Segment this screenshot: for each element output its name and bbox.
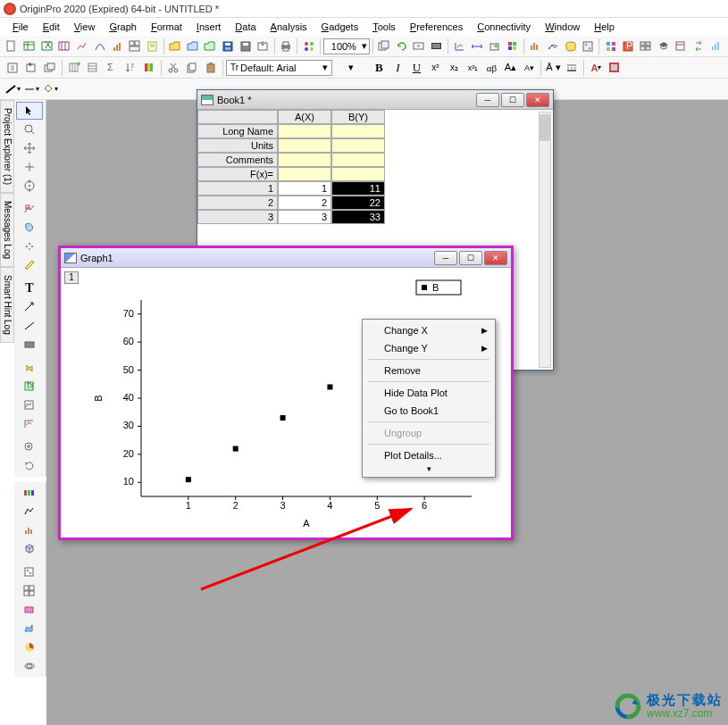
duplicate-button[interactable]: [376, 38, 393, 55]
line-color-button[interactable]: ▾: [4, 80, 21, 98]
row-header[interactable]: Long Name: [197, 124, 278, 138]
cell[interactable]: 33: [331, 210, 385, 224]
row-header[interactable]: Units: [197, 138, 278, 153]
row-header[interactable]: F(x)=: [197, 167, 278, 181]
close-button[interactable]: ✕: [526, 93, 549, 107]
rescale-button[interactable]: [451, 38, 468, 55]
video-button[interactable]: [429, 38, 446, 55]
import-single-button[interactable]: [22, 59, 40, 77]
menu-edit[interactable]: Edit: [38, 20, 65, 34]
text-tool[interactable]: T: [16, 279, 43, 297]
graph-titlebar[interactable]: Graph1 ─ ☐ ✕: [61, 248, 511, 268]
menu-insert[interactable]: Insert: [191, 20, 227, 34]
italic-button[interactable]: I: [389, 59, 406, 77]
stats-button[interactable]: [527, 38, 544, 55]
arrow-tool[interactable]: [16, 298, 43, 316]
menu-window[interactable]: Window: [540, 20, 585, 34]
menu-tools[interactable]: Tools: [367, 20, 401, 34]
greek-button[interactable]: αβ: [482, 59, 500, 77]
database-button[interactable]: [562, 38, 579, 55]
add-layer-button[interactable]: +: [487, 38, 504, 55]
menu-help[interactable]: Help: [589, 20, 620, 34]
zoom-tool[interactable]: [16, 121, 43, 138]
line-style-button[interactable]: [563, 59, 581, 77]
side-tab-messages-log[interactable]: Messages Log: [0, 193, 14, 267]
menu-item-plot-details[interactable]: Plot Details...: [364, 446, 493, 464]
cell[interactable]: [331, 124, 385, 138]
line-plot-button[interactable]: [16, 503, 43, 521]
supersub-button[interactable]: x²₁: [464, 59, 481, 77]
zoom-in-tool[interactable]: [16, 438, 43, 456]
open-template-button[interactable]: [184, 38, 201, 55]
menu-graph[interactable]: Graph: [104, 20, 142, 34]
chart-templates-button[interactable]: [707, 38, 724, 55]
fit-button[interactable]: [545, 38, 562, 55]
book-titlebar[interactable]: Book1 * ─ ☐ ✕: [197, 90, 553, 110]
3d-plot-button[interactable]: [16, 540, 43, 558]
underline-button[interactable]: U: [407, 59, 425, 77]
cell[interactable]: [278, 153, 331, 167]
minimize-button[interactable]: ─: [476, 93, 499, 107]
side-tab-project-explorer-1-[interactable]: Project Explorer (1): [0, 100, 14, 193]
bar-plot-button[interactable]: [16, 521, 43, 539]
insert-graph-tool[interactable]: [16, 396, 43, 414]
save-button[interactable]: [220, 38, 237, 55]
column-header[interactable]: A(X): [278, 110, 331, 124]
expand-menu-button[interactable]: ▾: [364, 464, 493, 475]
new-function-button[interactable]: [91, 38, 108, 55]
batch-button[interactable]: [300, 38, 317, 55]
row-header[interactable]: 3: [197, 210, 278, 224]
cut-button[interactable]: [164, 59, 182, 77]
palette-button[interactable]: [16, 484, 43, 502]
new-workbook-button[interactable]: [21, 38, 38, 55]
cell[interactable]: 1: [278, 181, 331, 196]
data-selector-tool[interactable]: [16, 200, 43, 218]
rescale-x-button[interactable]: [469, 38, 486, 55]
cell[interactable]: [278, 124, 331, 138]
menu-item-remove[interactable]: Remove: [364, 362, 493, 379]
cell[interactable]: [278, 167, 331, 181]
slideshow-button[interactable]: [411, 38, 428, 55]
add-color-button[interactable]: [504, 38, 521, 55]
column-header[interactable]: B(Y): [331, 110, 385, 124]
side-tab-smart-hint-log[interactable]: Smart Hint Log: [0, 267, 14, 343]
increase-font-button[interactable]: A▴: [501, 59, 519, 77]
font-combo[interactable]: Tr Default: Arial ▾: [226, 60, 332, 76]
cond-format-button[interactable]: [140, 59, 158, 77]
pie-plot-button[interactable]: [16, 638, 43, 656]
print-button[interactable]: [278, 38, 295, 55]
menu-analysis[interactable]: Analysis: [265, 20, 313, 34]
cell[interactable]: 11: [331, 181, 385, 196]
vertical-scrollbar[interactable]: [539, 112, 551, 368]
contour-plot-button[interactable]: [16, 657, 43, 675]
zoom-combo[interactable]: ▾: [323, 38, 370, 54]
decrease-font-button[interactable]: A▾: [520, 59, 538, 77]
maximize-button[interactable]: ☐: [501, 93, 524, 107]
rescale-tool-button[interactable]: [16, 415, 43, 433]
template-plot-button[interactable]: [16, 563, 43, 581]
row-stats-button[interactable]: [84, 59, 102, 77]
save-template-button[interactable]: [237, 38, 254, 55]
pointer-tool[interactable]: [16, 102, 43, 120]
font-size-combo[interactable]: ▾: [333, 59, 369, 77]
cell[interactable]: [331, 153, 385, 167]
ppt-button[interactable]: P: [620, 38, 637, 55]
region-tool[interactable]: [16, 359, 43, 377]
templates2-button[interactable]: [673, 38, 690, 55]
cell[interactable]: [278, 138, 331, 153]
menu-data[interactable]: Data: [230, 20, 261, 34]
mask-tool[interactable]: [16, 238, 43, 255]
cell[interactable]: [331, 167, 385, 181]
fill-edge-button[interactable]: [606, 59, 623, 77]
sort-button[interactable]: [121, 59, 139, 77]
digitize-button[interactable]: [580, 38, 597, 55]
templates-button[interactable]: [638, 38, 655, 55]
row-header[interactable]: 1: [197, 181, 278, 196]
symbol-plot-button[interactable]: [16, 601, 43, 619]
row-header[interactable]: 2: [197, 196, 278, 210]
layer-button[interactable]: 1: [64, 271, 79, 284]
open-excel-button[interactable]: [202, 38, 219, 55]
learning-button[interactable]: [655, 38, 672, 55]
font-color-button[interactable]: A▾: [587, 59, 605, 77]
import-button[interactable]: [255, 38, 272, 55]
